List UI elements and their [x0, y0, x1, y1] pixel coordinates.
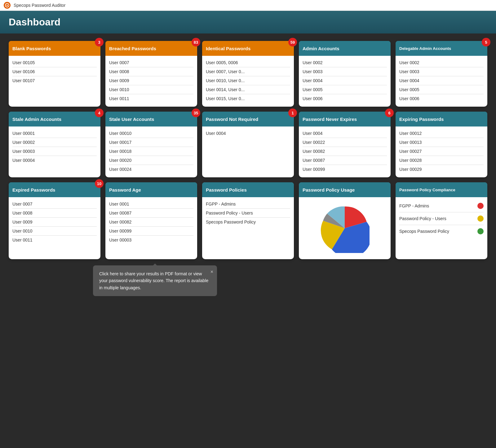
tooltip-bubble: × Click here to share your results in PD…	[93, 265, 217, 296]
pie-chart	[320, 203, 370, 253]
card-password-not-required[interactable]: 1 Password Not Required User 0004	[202, 112, 294, 177]
badge-password-not-required: 1	[288, 109, 297, 117]
list-item: User 0005	[399, 85, 484, 94]
list-item: User 0002	[303, 58, 387, 67]
list-item: User 00003	[109, 236, 193, 244]
card-body-admin-accounts: User 0002 User 0003 User 0004 User 0005 …	[299, 56, 391, 107]
card-body-delegable-admin-accounts: User 0002 User 0003 User 0004 User 0005 …	[396, 56, 487, 107]
card-header-password-never-expires: Password Never Expires	[299, 112, 391, 126]
list-item: User 00004	[12, 156, 97, 165]
list-item: User 0011	[109, 94, 193, 103]
card-stale-user-accounts[interactable]: 35 Stale User Accounts User 00010 User 0…	[105, 112, 197, 177]
card-password-policies[interactable]: Password Policies FGPP - Admins Password…	[202, 182, 294, 259]
list-item: User 0007	[12, 200, 97, 209]
tooltip-container: × Click here to share your results in PD…	[0, 265, 394, 296]
list-item: User 00099	[109, 227, 193, 236]
app-title: Specops Password Auditor	[14, 3, 65, 8]
list-item: User 0001	[109, 200, 193, 209]
list-item: User 0003	[303, 67, 387, 76]
card-stale-admin-accounts[interactable]: 4 Stale Admin Accounts User 00001 User 0…	[9, 112, 100, 177]
page-title: Dashboard	[9, 16, 487, 28]
card-identical-passwords[interactable]: 59 Identical Passwords User 0005, 0006 U…	[202, 41, 294, 107]
card-body-stale-user-accounts: User 00010 User 00017 User 00018 User 00…	[105, 126, 197, 177]
card-password-policy-usage[interactable]: Password Policy Usage	[299, 182, 391, 259]
list-item: User 0008	[109, 67, 193, 76]
legend-label: Specops Password Policy	[399, 229, 449, 234]
list-item: User 00029	[399, 165, 484, 174]
legend-item-specops-password-policy: Specops Password Policy	[399, 225, 484, 237]
list-item: User 00017	[109, 138, 193, 147]
card-expiring-passwords[interactable]: Expiring Passwords User 00012 User 00013…	[396, 112, 487, 177]
list-item: User 0004	[399, 76, 484, 85]
card-header-expired-passwords: Expired Passwords	[9, 182, 100, 197]
card-password-age[interactable]: Password Age User 0001 User 00087 User 0…	[105, 182, 197, 259]
card-body-password-policies: FGPP - Admins Password Policy - Users Sp…	[202, 197, 294, 230]
badge-password-never-expires: 6	[385, 109, 394, 117]
list-item: User 00012	[399, 129, 484, 138]
badge-delegable-admin-accounts: 5	[482, 38, 490, 47]
list-item: User 00087	[109, 209, 193, 218]
list-item: User 0010, User 0...	[206, 76, 290, 85]
card-admin-accounts[interactable]: Admin Accounts User 0002 User 0003 User …	[299, 41, 391, 107]
list-item: User 00022	[303, 138, 387, 147]
card-expired-passwords[interactable]: 10 Expired Passwords User 0007 User 0008…	[9, 182, 100, 259]
badge-blank-passwords: 3	[95, 38, 104, 47]
list-item: User 0005	[303, 85, 387, 94]
list-item: User 0005, 0006	[206, 58, 290, 67]
list-item: User 00013	[399, 138, 484, 147]
list-item: FGPP - Admins	[206, 200, 290, 209]
card-header-password-policy-usage: Password Policy Usage	[299, 182, 391, 197]
tooltip-text: Click here to share your results in PDF …	[99, 271, 208, 290]
list-item: User 00003	[12, 147, 97, 156]
card-header-password-policy-compliance: Password Policy Compliance	[396, 182, 487, 197]
svg-point-1	[7, 5, 8, 6]
main-content: 3 Blank Passwords User 00105 User 00106 …	[0, 33, 496, 448]
list-item: User 00082	[109, 218, 193, 227]
card-delegable-admin-accounts[interactable]: 5 Delegable Admin Accounts User 0002 Use…	[396, 41, 487, 107]
card-header-identical-passwords: Identical Passwords	[202, 41, 294, 56]
list-item: User 0010	[12, 227, 97, 236]
list-item: User 00028	[399, 156, 484, 165]
list-item: User 00107	[12, 76, 97, 85]
list-item: User 00105	[12, 58, 97, 67]
cards-row-3: 10 Expired Passwords User 0007 User 0008…	[9, 182, 487, 259]
list-item: User 0010	[109, 85, 193, 94]
cards-row-1: 3 Blank Passwords User 00105 User 00106 …	[9, 41, 487, 107]
card-password-never-expires[interactable]: 6 Password Never Expires User 0004 User …	[299, 112, 391, 177]
list-item: Password Policy - Users	[206, 209, 290, 218]
card-body-password-policy-compliance: FGPP - Admins Password Policy - Users Sp…	[396, 197, 487, 241]
list-item: User 00099	[303, 165, 387, 174]
list-item: User 0015, User 0...	[206, 94, 290, 103]
card-header-stale-user-accounts: Stale User Accounts	[105, 112, 197, 126]
card-body-breached-passwords: User 0007 User 0008 User 0009 User 0010 …	[105, 56, 197, 107]
card-password-policy-compliance[interactable]: Password Policy Compliance FGPP - Admins…	[396, 182, 487, 259]
list-item: User 0007, User 0...	[206, 67, 290, 76]
legend-label: FGPP - Admins	[399, 203, 429, 208]
list-item: User 00082	[303, 147, 387, 156]
legend-label: Password Policy - Users	[399, 216, 446, 221]
list-item: User 0011	[12, 236, 97, 244]
list-item: User 0004	[303, 76, 387, 85]
list-item: User 0002	[399, 58, 484, 67]
tooltip-close-button[interactable]: ×	[210, 268, 213, 276]
list-item: User 0014, User 0...	[206, 85, 290, 94]
card-breached-passwords[interactable]: 83 Breached Passwords User 0007 User 000…	[105, 41, 197, 107]
card-header-password-policies: Password Policies	[202, 182, 294, 197]
card-body-password-policy-usage	[299, 197, 391, 259]
card-body-stale-admin-accounts: User 00001 User 00002 User 00003 User 00…	[9, 126, 100, 168]
list-item: User 0006	[303, 94, 387, 103]
card-header-breached-passwords: Breached Passwords	[105, 41, 197, 56]
list-item: User 0004	[303, 129, 387, 138]
app-logo	[4, 2, 11, 9]
list-item: User 0009	[12, 218, 97, 227]
list-item: User 0008	[12, 209, 97, 218]
card-blank-passwords[interactable]: 3 Blank Passwords User 00105 User 00106 …	[9, 41, 100, 107]
legend-item-password-policy-users: Password Policy - Users	[399, 212, 484, 225]
card-header-admin-accounts: Admin Accounts	[299, 41, 391, 56]
card-header-stale-admin-accounts: Stale Admin Accounts	[9, 112, 100, 126]
legend-dot-fgpp-admins	[477, 203, 484, 209]
card-body-password-age: User 0001 User 00087 User 00082 User 000…	[105, 197, 197, 248]
list-item: User 0006	[399, 94, 484, 103]
card-header-password-age: Password Age	[105, 182, 197, 197]
card-body-password-not-required: User 0004	[202, 126, 294, 141]
